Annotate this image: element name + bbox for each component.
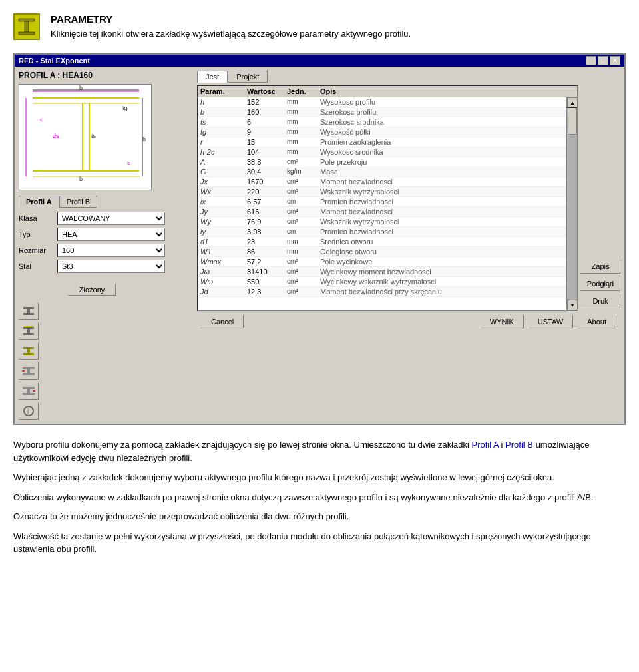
podglad-button[interactable]: Podgląd: [580, 276, 620, 291]
param-value: 220: [247, 188, 287, 196]
tab-profil-b[interactable]: Profil B: [59, 196, 97, 208]
scroll-thumb[interactable]: [568, 108, 577, 135]
param-unit: mm: [287, 108, 320, 116]
profile-tabs: Profil A Profil B: [19, 196, 165, 208]
tab-jest[interactable]: Jest: [197, 71, 228, 83]
icon-button-6[interactable]: i: [19, 402, 39, 420]
params-header: Param. Wartosc Jedn. Opis: [198, 86, 577, 97]
wynik-button[interactable]: WYNIK: [480, 315, 524, 328]
param-name: ix: [200, 198, 247, 206]
icon-button-3[interactable]: [19, 342, 39, 360]
param-desc: Srednica otworu: [320, 238, 564, 246]
about-button[interactable]: About: [577, 315, 616, 328]
param-unit: mm: [287, 118, 320, 126]
tab-profil-a[interactable]: Profil A: [19, 196, 59, 208]
param-value: 104: [247, 148, 287, 156]
ustaw-button[interactable]: USTAW: [528, 315, 574, 328]
klasa-row: Klasa WALCOWANY: [19, 212, 165, 225]
stal-row: Stal St3: [19, 260, 165, 273]
svg-rect-33: [23, 373, 35, 375]
cancel-button[interactable]: Cancel: [201, 315, 244, 328]
param-desc: Pole przekroju: [320, 158, 564, 166]
scroll-track: [567, 108, 577, 300]
maximize-button[interactable]: □: [598, 56, 608, 65]
table-row: Wω550cm⁴Wycinkowy wskaznik wytrzymalosci: [198, 277, 566, 287]
param-name: Wω: [200, 278, 247, 286]
profile-title: PROFIL A : HEA160: [19, 71, 165, 80]
close-button[interactable]: ✕: [610, 56, 620, 65]
svg-text:h: h: [142, 136, 146, 143]
svg-text:b: b: [79, 176, 83, 182]
param-value: 31410: [247, 268, 287, 276]
param-value: 12,3: [247, 288, 287, 296]
param-desc: Wysokosc srodnika: [320, 148, 564, 156]
table-row: b160mmSzerokosc profilu: [198, 107, 566, 117]
param-desc: Wycinkowy wskaznik wytrzymalosci: [320, 278, 564, 286]
scroll-down-button[interactable]: ▼: [567, 300, 577, 310]
and-text: i: [499, 440, 505, 450]
klasa-select[interactable]: WALCOWANY: [57, 212, 165, 225]
col-wartosc: Wartosc: [247, 87, 287, 95]
rozmiar-row: Rozmiar 160: [19, 244, 165, 257]
table-row: Jd12,3cm⁴Moment bezwładności przy skręca…: [198, 287, 566, 297]
typ-label: Typ: [19, 230, 53, 238]
rozmiar-select[interactable]: 160: [57, 244, 165, 257]
link-profil-a[interactable]: Profil A: [472, 440, 499, 450]
druk-button[interactable]: Druk: [580, 294, 620, 308]
param-value: 1670: [247, 178, 287, 186]
param-name: ts: [200, 118, 247, 126]
col-opis: Opis: [320, 87, 574, 95]
svg-text:tg: tg: [122, 105, 128, 111]
svg-rect-28: [23, 347, 34, 349]
tab-projekt[interactable]: Projekt: [228, 71, 268, 83]
param-desc: Odleglosc otworu: [320, 248, 564, 256]
link-profil-b[interactable]: Profil B: [505, 440, 533, 450]
titlebar: RFD - Stal EXponent _ □ ✕: [15, 55, 624, 67]
param-name: Jd: [200, 288, 247, 296]
svg-rect-1: [25, 21, 29, 32]
bottom-buttons: Cancel WYNIK USTAW About: [197, 311, 620, 331]
right-side-buttons: Zapis Podgląd Druk: [580, 71, 620, 311]
stal-select[interactable]: St3: [57, 260, 165, 273]
zlozony-button[interactable]: Złożony: [68, 284, 116, 296]
svg-rect-26: [23, 333, 34, 335]
icon-button-5[interactable]: [19, 382, 39, 400]
icon-button-4[interactable]: [19, 362, 39, 380]
param-desc: Wskaznik wytrzymalosci: [320, 188, 564, 196]
svg-rect-21: [23, 307, 34, 309]
param-name: A: [200, 158, 247, 166]
param-value: 15: [247, 138, 287, 146]
stal-label: Stal: [19, 262, 53, 270]
header-title: PARAMETRY: [51, 13, 411, 25]
typ-select[interactable]: HEA: [57, 228, 165, 241]
icon-button-2[interactable]: [19, 322, 39, 340]
table-row: Jω31410cm⁴Wycinkowy moment bezwladnosci: [198, 267, 566, 277]
param-unit: mm: [287, 238, 320, 246]
svg-rect-23: [23, 313, 34, 315]
paragraph-2: Wybierając jedną z zakładek dokonujemy w…: [13, 471, 626, 484]
scroll-up-button[interactable]: ▲: [567, 97, 577, 108]
application-window: RFD - Stal EXponent _ □ ✕ PROFIL A : HEA…: [13, 53, 626, 425]
klasa-label: Klasa: [19, 214, 53, 222]
icon-button-1[interactable]: [19, 302, 39, 320]
right-panel: Jest Projekt Param. Wartosc Jedn. Opis: [197, 71, 620, 420]
scrollbar[interactable]: ▲ ▼: [566, 97, 577, 310]
paragraph-3: Obliczenia wykonywane w zakładkach po pr…: [13, 491, 626, 504]
table-row: Wy76,9cm³Wskaznik wytrzymalosci: [198, 217, 566, 227]
param-name: Jx: [200, 178, 247, 186]
minimize-button[interactable]: _: [586, 56, 596, 65]
table-row: Wmax57,2cm²Pole wycinkowe: [198, 257, 566, 267]
svg-rect-24: [23, 327, 34, 329]
table-row: W186mmOdleglosc otworu: [198, 247, 566, 257]
zapis-button[interactable]: Zapis: [580, 259, 620, 274]
param-desc: Wysokosc profilu: [320, 98, 564, 106]
param-name: Jy: [200, 208, 247, 216]
bottom-right-buttons: WYNIK USTAW About: [480, 315, 616, 328]
table-row: ix6,57cmPromien bezwladnosci: [198, 197, 566, 207]
param-name: h: [200, 98, 247, 106]
param-desc: Moment bezwładności przy skręcaniu: [320, 288, 564, 296]
param-value: 38,8: [247, 158, 287, 166]
params-container: Param. Wartosc Jedn. Opis h152mmWysokosc…: [197, 85, 578, 311]
param-unit: cm⁴: [287, 268, 320, 276]
table-row: h152mmWysokosc profilu: [198, 97, 566, 107]
